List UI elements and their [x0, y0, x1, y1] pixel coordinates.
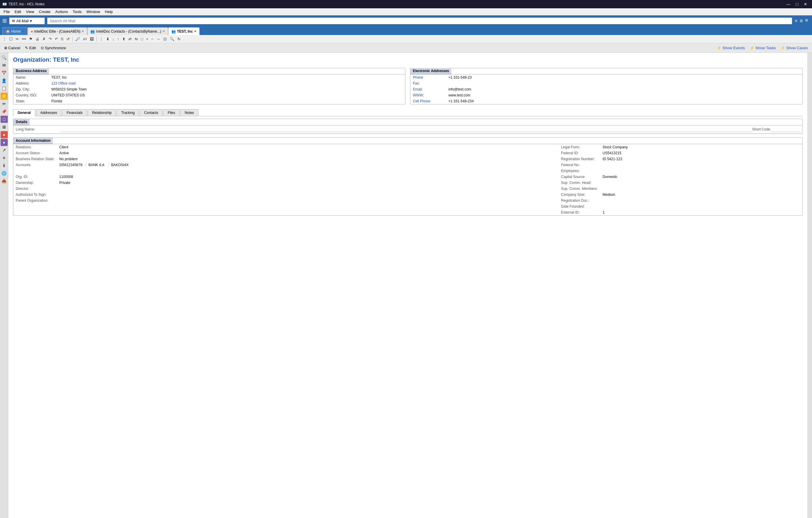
toolbar-image[interactable]: 🖼 [89, 36, 95, 42]
show-tasks-button[interactable]: ⚡ Show Tasks [748, 45, 778, 51]
toolbar-print[interactable]: 🖨 [34, 36, 40, 42]
toolbar-arrows[interactable]: ↔ [155, 36, 162, 42]
accounts-value: SI5612345678 BANK d.d. BAKOSI4X [57, 162, 559, 168]
tab-cases-close[interactable]: ✕ [82, 30, 84, 33]
www-link[interactable]: WWW: [413, 93, 424, 97]
tab-addresses[interactable]: Addresses [36, 109, 62, 116]
toolbar-dots3[interactable]: ⋮ [98, 36, 105, 42]
tab-contacts[interactable]: 👥 InteliDoc Contacts - (ContactsByName..… [87, 27, 168, 35]
tab-testinc-close[interactable]: ✕ [194, 30, 196, 33]
toolbar-tag[interactable]: 🏷 [82, 36, 88, 42]
sidebar-grid[interactable]: ⊞ [1, 123, 8, 131]
sidebar-hex[interactable]: ⬡ [1, 116, 8, 123]
menu-file[interactable]: File [1, 9, 12, 15]
sidebar-export[interactable]: ↗ [1, 147, 8, 154]
field-label-www[interactable]: WWW: [410, 92, 446, 98]
show-cases-button[interactable]: ⚡ Show Cases [779, 45, 810, 51]
toolbar-reply[interactable]: ↶ [54, 36, 59, 42]
sidebar-red[interactable]: ● [1, 131, 8, 138]
right-scrollbar[interactable] [807, 53, 812, 518]
minimize-button[interactable]: — [784, 1, 793, 7]
toolbar-up2[interactable]: ⬆ [121, 36, 127, 42]
sidebar-starred[interactable]: ⭐ [1, 92, 8, 100]
menu-view[interactable]: View [23, 9, 36, 15]
tab-files[interactable]: Files [163, 109, 179, 116]
tab-testinc[interactable]: 👥 TEST, Inc ✕ [168, 27, 200, 35]
phone-link[interactable]: Phone [413, 75, 423, 80]
field-value-address[interactable]: 123 Office road [49, 80, 405, 86]
sidebar-search[interactable]: 🔍 [1, 54, 8, 61]
maximize-button[interactable]: □ [793, 1, 801, 7]
menu-window[interactable]: Window [84, 9, 102, 15]
toolbar-dots[interactable]: ⋮ [1, 36, 7, 42]
toolbar-rect[interactable]: ⊡ [162, 36, 168, 42]
toolbar-refresh2[interactable]: ↻ [176, 36, 182, 42]
field-label-phone[interactable]: Phone [410, 75, 446, 80]
sidebar-tasks[interactable]: 📋 [1, 85, 8, 92]
tab-financials[interactable]: Financials [62, 109, 87, 116]
tab-home[interactable]: 🏠 Home ✕ [2, 27, 28, 35]
mail-dropdown[interactable]: ✉ All Mail ▾ [9, 18, 45, 24]
menu-create[interactable]: Create [36, 9, 53, 15]
title-bar-controls[interactable]: — □ ✕ [784, 1, 810, 7]
field-label-cellphone[interactable]: Cell Phone [410, 98, 446, 104]
edit-button[interactable]: ✎ Edit [23, 45, 37, 51]
tab-cases[interactable]: ● InteliDoc Elite - (CasesAllEN) ✕ [28, 27, 87, 35]
field-label-email[interactable]: Email: [410, 86, 446, 92]
tab-contacts-close[interactable]: ✕ [163, 30, 165, 33]
menu-help[interactable]: Help [103, 9, 115, 15]
search-icon[interactable]: 🔍 [805, 19, 810, 23]
address-link[interactable]: 123 Office road [51, 81, 76, 85]
tab-contacts[interactable]: Contacts [140, 109, 163, 116]
sidebar-calendar[interactable]: 📅 [1, 69, 8, 77]
close-search-icon[interactable]: ✕ [794, 19, 798, 23]
long-name-value[interactable] [60, 127, 752, 132]
search-input-wrap[interactable] [47, 18, 792, 24]
synchronize-button[interactable]: ⊙ Synchronize [39, 45, 68, 51]
sidebar-edit[interactable]: ✏ [1, 100, 8, 107]
sidebar-contacts[interactable]: 👤 [1, 77, 8, 84]
toolbar-forward[interactable]: ↷ [48, 36, 53, 42]
toolbar-sync2[interactable]: ⇆ [134, 36, 139, 42]
toolbar-dots2[interactable]: ••• [21, 36, 27, 42]
toolbar-up[interactable]: ↑ [116, 36, 120, 42]
toolbar-square[interactable]: □ [140, 36, 144, 42]
tab-general[interactable]: General [13, 109, 35, 116]
toolbar-x[interactable]: ✗ [41, 36, 47, 42]
toolbar-plus[interactable]: + [145, 36, 150, 42]
toolbar-flag[interactable]: ⚑ [28, 36, 34, 42]
toolbar-minus[interactable]: − [150, 36, 155, 42]
sidebar-mail[interactable]: ✉ [1, 62, 8, 69]
toolbar-pencil[interactable]: ✏ [14, 36, 20, 42]
cellphone-link[interactable]: Cell Phone [413, 99, 430, 103]
sidebar-pin[interactable]: 📌 [1, 108, 8, 115]
toolbar-checkbox[interactable]: ☐ [8, 36, 14, 42]
toolbar-zoom-in[interactable]: 🔎 [74, 36, 81, 42]
toolbar-refresh[interactable]: ↺ [65, 36, 71, 42]
show-events-button[interactable]: ⚡ Show Events [715, 45, 747, 51]
tab-tracking[interactable]: Tracking [117, 109, 139, 116]
short-code-value[interactable] [770, 127, 800, 132]
toolbar-copy[interactable]: ⎘ [60, 36, 65, 42]
tab-notes[interactable]: Notes [180, 109, 198, 116]
settings-icon[interactable]: ⚙ [800, 19, 803, 23]
sidebar-upload[interactable]: 📤 [1, 177, 8, 184]
menu-edit[interactable]: Edit [12, 9, 23, 15]
menu-tools[interactable]: Tools [70, 9, 84, 15]
toolbar-sync[interactable]: ⇄ [127, 36, 133, 42]
sidebar-list[interactable]: ≡ [1, 154, 8, 162]
toolbar-down2[interactable]: ↓ [111, 36, 116, 42]
search-input[interactable] [50, 19, 789, 23]
sidebar-purple[interactable]: ♦ [1, 139, 8, 146]
toolbar-zoom-out[interactable]: 🔍 [169, 36, 176, 42]
tab-home-close[interactable]: ✕ [22, 30, 24, 33]
menu-actions[interactable]: Actions [53, 9, 70, 15]
apps-icon[interactable]: ⊞ [2, 18, 7, 24]
close-button[interactable]: ✕ [801, 1, 810, 7]
email-link[interactable]: Email: [413, 87, 423, 91]
tab-relationship[interactable]: Relationship [87, 109, 116, 116]
sidebar-info[interactable]: ℹ [1, 162, 8, 169]
sidebar-globe[interactable]: 🌐 [1, 170, 8, 177]
cancel-button[interactable]: ⊗ Cancel [2, 45, 22, 51]
toolbar-download[interactable]: ⬇ [105, 36, 111, 42]
